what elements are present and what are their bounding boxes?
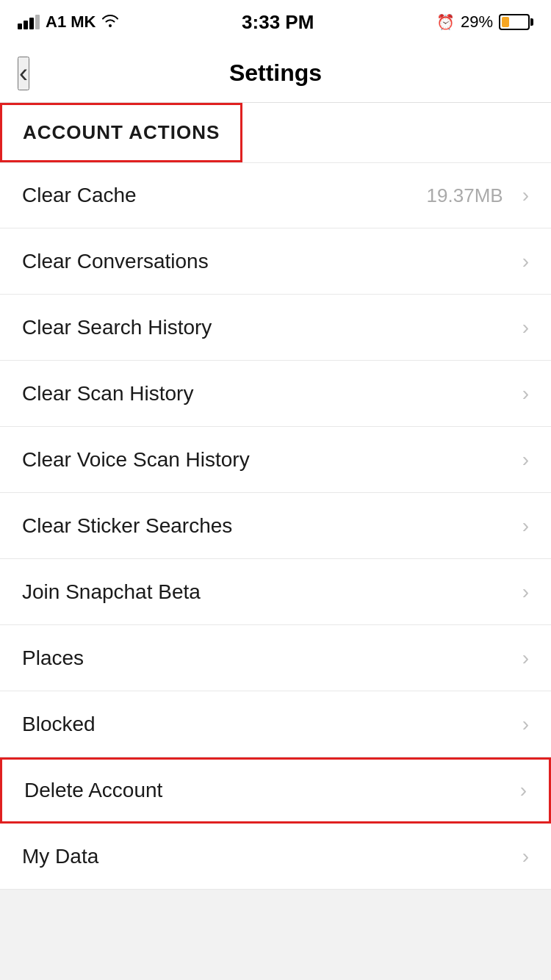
list-item[interactable]: Clear Sticker Searches› (0, 493, 551, 559)
chevron-right-icon: › (522, 580, 529, 604)
chevron-right-icon: › (522, 448, 529, 472)
chevron-right-icon: › (522, 382, 529, 406)
chevron-right-icon: › (522, 646, 529, 670)
list-item[interactable]: My Data› (0, 824, 551, 890)
list-item[interactable]: Clear Search History› (0, 295, 551, 361)
list-item[interactable]: Places› (0, 625, 551, 691)
list-item[interactable]: Join Snapchat Beta› (0, 559, 551, 625)
carrier-label: A1 MK (46, 12, 96, 32)
list-item-value: 19.37MB (427, 184, 503, 207)
alarm-icon: ⏰ (436, 13, 455, 31)
status-right: ⏰ 29% (436, 12, 533, 32)
list-item[interactable]: Clear Scan History› (0, 361, 551, 427)
wifi-icon (101, 14, 119, 31)
chevron-right-icon: › (522, 316, 529, 339)
nav-bar: ‹ Settings (0, 44, 551, 103)
chevron-right-icon: › (522, 845, 529, 868)
list-item[interactable]: Clear Conversations› (0, 228, 551, 295)
chevron-right-icon: › (522, 713, 529, 736)
status-bar: A1 MK 3:33 PM ⏰ 29% (0, 0, 551, 44)
status-left: A1 MK (18, 12, 119, 32)
list-item[interactable]: Clear Cache19.37MB› (0, 162, 551, 228)
chevron-right-icon: › (522, 184, 529, 207)
battery-icon (499, 14, 533, 30)
page-title: Settings (229, 60, 322, 87)
signal-icon (18, 15, 40, 29)
back-button[interactable]: ‹ (18, 57, 29, 90)
list-item-label: Blocked (22, 713, 96, 736)
list-item-label: My Data (22, 845, 98, 868)
list-item-label: Clear Sticker Searches (22, 514, 232, 538)
list-item-label: Clear Voice Scan History (22, 448, 250, 472)
list-item-label: Clear Search History (22, 316, 212, 339)
list-item[interactable]: Delete Account› (0, 757, 551, 824)
settings-list: Clear Cache19.37MB›Clear Conversations›C… (0, 162, 551, 890)
list-item-label: Clear Cache (22, 184, 137, 207)
list-item-label: Delete Account (24, 779, 162, 802)
battery-percentage: 29% (461, 12, 493, 32)
list-item-label: Clear Conversations (22, 250, 209, 273)
list-item-label: Clear Scan History (22, 382, 193, 406)
chevron-right-icon: › (522, 514, 529, 538)
section-header-label: ACCOUNT ACTIONS (23, 121, 220, 143)
chevron-right-icon: › (520, 779, 527, 802)
chevron-right-icon: › (522, 250, 529, 273)
list-item[interactable]: Clear Voice Scan History› (0, 427, 551, 493)
status-time: 3:33 PM (242, 11, 314, 34)
list-item-label: Join Snapchat Beta (22, 580, 201, 604)
list-item[interactable]: Blocked› (0, 691, 551, 757)
list-item-label: Places (22, 646, 84, 670)
